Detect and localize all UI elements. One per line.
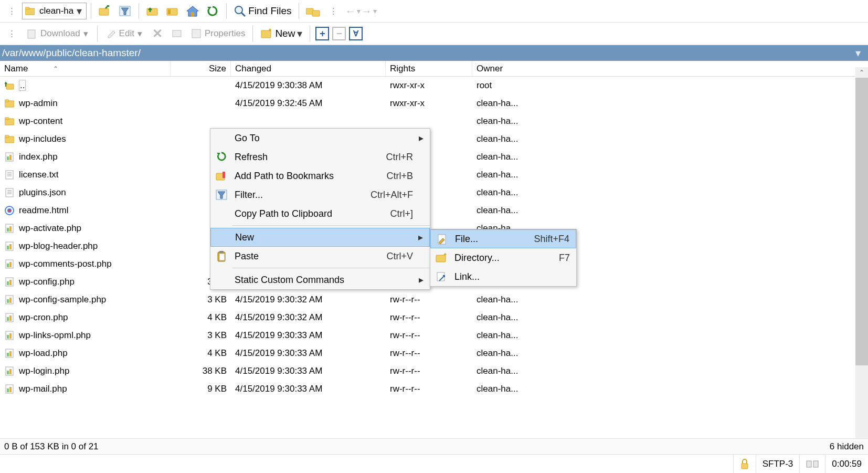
download-button[interactable]: Download ▾: [22, 24, 93, 43]
ctx-item-new[interactable]: New▸: [210, 228, 430, 247]
plus-button[interactable]: +: [315, 27, 329, 40]
ctx-item-filter[interactable]: Filter...Ctrl+Alt+F: [210, 185, 430, 204]
sync-folders-button[interactable]: [303, 2, 323, 20]
file-type-icon: [4, 384, 15, 394]
root-folder-button[interactable]: [163, 2, 182, 20]
column-name[interactable]: Name⌃: [0, 61, 171, 76]
vertical-scrollbar[interactable]: ⌃ ⌄: [855, 67, 868, 448]
chevron-down-icon: ▾: [83, 28, 88, 39]
ctx-item-copy-path-to-clipboard[interactable]: Copy Path to ClipboardCtrl+]: [210, 204, 430, 223]
file-name: wp-config.php: [19, 277, 75, 287]
file-row[interactable]: readme.html8clean-ha...: [0, 202, 868, 219]
ctx-item-static-custom-commands[interactable]: Static Custom Commands▸: [210, 270, 430, 289]
file-row[interactable]: wp-mail.php9 KB4/15/2019 9:30:33 AMrw-r-…: [0, 380, 868, 398]
new-button[interactable]: ✦ New ▾: [257, 24, 305, 43]
filter-folder-button[interactable]: [115, 2, 134, 20]
properties-button[interactable]: Properties: [188, 24, 248, 43]
path-bar[interactable]: /var/www/public/clean-hamster/ ▾: [0, 45, 868, 61]
column-changed[interactable]: Changed: [231, 61, 386, 76]
scroll-up-button[interactable]: ⌃: [855, 67, 868, 78]
download-icon: [27, 28, 38, 39]
file-name: plugins.json: [19, 187, 66, 198]
file-row[interactable]: ..4/15/2019 9:30:38 AMrwxr-xr-xroot: [0, 77, 868, 94]
open-folder-button[interactable]: [96, 2, 114, 20]
chevron-down-icon[interactable]: ▾: [77, 5, 82, 17]
ctx-item-refresh[interactable]: RefreshCtrl+R: [210, 148, 430, 166]
ctx-sub-item-directory[interactable]: ✦Directory...F7: [430, 248, 576, 267]
scrollbar-track[interactable]: [855, 365, 868, 437]
file-row[interactable]: wp-includesclean-ha...: [0, 130, 868, 148]
new-folder-icon: ✦: [260, 28, 273, 39]
ctx-item-label: Go To: [232, 133, 405, 144]
file-row[interactable]: plugins.jsonclean-ha...: [0, 184, 868, 202]
edit-icon: [107, 28, 117, 39]
file-name: wp-blog-header.php: [19, 241, 98, 251]
nav-forward-button[interactable]: →: [361, 5, 373, 17]
svg-text:✦: ✦: [268, 28, 272, 33]
nav-forward-menu[interactable]: ▾: [373, 7, 377, 15]
svg-rect-64: [9, 369, 12, 374]
svg-rect-39: [7, 228, 9, 232]
file-row[interactable]: wp-cron.php4 KB4/15/2019 9:30:32 AMrw-r-…: [0, 309, 868, 327]
newfolder-icon: ✦: [430, 253, 452, 262]
svg-rect-26: [9, 155, 12, 160]
chevron-down-icon[interactable]: ▾: [297, 27, 302, 40]
file-row[interactable]: wp-login.php38 KB4/15/2019 9:30:33 AMrw-…: [0, 362, 868, 380]
ctx-sub-item-shortcut: F7: [559, 253, 570, 264]
file-row[interactable]: index.phpclean-ha...: [0, 148, 868, 166]
file-changed: 4/15/2019 9:32:45 AM: [231, 97, 386, 110]
svg-rect-61: [9, 351, 12, 356]
svg-rect-79: [807, 461, 811, 467]
delete-button[interactable]: ✕: [148, 24, 167, 43]
find-files-label: Find Files: [248, 5, 291, 17]
context-submenu-new: File...Shift+F4✦Directory...F7Link...: [430, 229, 577, 287]
home-button[interactable]: [183, 2, 202, 20]
svg-rect-14: [192, 29, 200, 38]
refresh-button[interactable]: [203, 2, 222, 20]
protocol-indicator[interactable]: SFTP-3: [756, 455, 800, 473]
parent-folder-button[interactable]: [143, 2, 162, 20]
file-row[interactable]: license.txt20clean-ha...: [0, 166, 868, 184]
find-files-button[interactable]: Find Files: [231, 2, 294, 20]
new-label: New: [275, 28, 295, 39]
ctx-item-label: Static Custom Commands: [232, 275, 405, 286]
chevron-down-icon[interactable]: ▾: [855, 47, 861, 59]
current-folder-dropdown[interactable]: clean-ha ▾: [22, 3, 87, 19]
svg-point-8: [235, 6, 242, 14]
toggle-button[interactable]: ∀: [349, 27, 363, 40]
ctx-item-label: Paste: [232, 251, 378, 262]
file-type-icon: [4, 330, 15, 341]
nav-back-button[interactable]: ←: [344, 5, 357, 17]
svg-rect-55: [9, 316, 12, 321]
file-row[interactable]: wp-contentclean-ha...: [0, 112, 868, 130]
ctx-sub-item-label: Directory...: [452, 253, 551, 264]
minus-button[interactable]: −: [332, 27, 346, 40]
file-row[interactable]: wp-load.php4 KB4/15/2019 9:30:33 AMrw-r-…: [0, 344, 868, 362]
file-name: wp-cron.php: [19, 312, 68, 323]
search-icon: [234, 5, 246, 17]
column-owner[interactable]: Owner: [472, 61, 766, 76]
connection-icon[interactable]: [799, 455, 825, 473]
divider: [252, 26, 253, 41]
ctx-sub-item-link[interactable]: Link...: [430, 267, 576, 286]
file-row[interactable]: wp-admin4/15/2019 9:32:45 AMrwxr-xr-xcle…: [0, 94, 868, 112]
nav-back-menu[interactable]: ▾: [357, 7, 361, 15]
main-toolbar: ⋮ clean-ha ▾ Find Files ⋮ ← ▾ → ▾: [0, 0, 868, 23]
column-rights[interactable]: Rights: [386, 61, 472, 76]
file-row[interactable]: wp-links-opml.php3 KB4/15/2019 9:30:33 A…: [0, 327, 868, 344]
scrollbar-thumb[interactable]: [855, 78, 868, 365]
ctx-item-add-path-to-bookmarks[interactable]: Add Path to BookmarksCtrl+B: [210, 166, 430, 185]
file-owner: clean-ha...: [472, 115, 766, 128]
ctx-item-label: Filter...: [232, 190, 362, 201]
file-row[interactable]: wp-config-sample.php3 KB4/15/2019 9:30:3…: [0, 291, 868, 309]
edit-button[interactable]: Edit ▾: [102, 24, 147, 43]
ctx-item-go-to[interactable]: Go To▸: [210, 129, 430, 148]
column-size[interactable]: Size: [171, 61, 231, 76]
ctx-sub-item-file[interactable]: File...Shift+F4: [430, 229, 576, 248]
ctx-item-shortcut: Ctrl+B: [386, 171, 413, 182]
ctx-item-paste[interactable]: PasteCtrl+V: [210, 247, 430, 266]
ctx-item-shortcut: Ctrl+]: [390, 208, 413, 219]
rename-button[interactable]: [168, 24, 187, 43]
file-name: wp-comments-post.php: [19, 259, 112, 269]
lock-indicator[interactable]: [733, 455, 756, 473]
